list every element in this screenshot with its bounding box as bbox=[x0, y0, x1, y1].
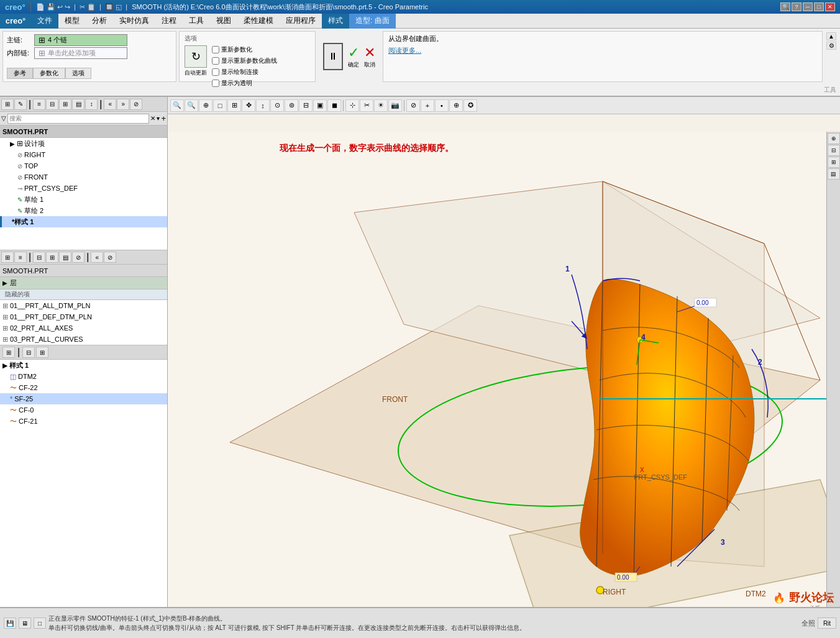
menu-model[interactable]: 模型 bbox=[58, 14, 86, 29]
menu-shape-surface[interactable]: 造型: 曲面 bbox=[349, 14, 396, 29]
status-display-btn[interactable]: 🖥 bbox=[19, 617, 31, 629]
cf21-item[interactable]: 〜 CF-21 bbox=[0, 416, 167, 427]
status-right-btn[interactable]: Rit bbox=[818, 617, 836, 629]
vp-camera[interactable]: 📷 bbox=[388, 99, 402, 112]
preview-btn[interactable]: ▤ bbox=[72, 99, 84, 110]
vp-right-btn2[interactable]: ⊟ bbox=[828, 145, 840, 156]
tree-item-top[interactable]: ⊘ TOP bbox=[0, 160, 167, 171]
tab-reference[interactable]: 参考 bbox=[7, 68, 33, 79]
settings-ribbon-btn[interactable]: ⚙ bbox=[826, 42, 836, 50]
layer-03-curves[interactable]: ⊞ 03_PRT_ALL_CURVES bbox=[0, 334, 167, 345]
vp-axis-display[interactable]: + bbox=[421, 99, 434, 112]
repar-checkbox[interactable]: 重新参数化 bbox=[212, 45, 277, 54]
tree-settings-btn[interactable]: ✎ bbox=[14, 99, 27, 110]
read-more-link[interactable]: 阅读更多... bbox=[388, 46, 817, 55]
close-btn[interactable]: ✕ bbox=[825, 2, 835, 11]
vp-shade[interactable]: ▣ bbox=[313, 99, 327, 112]
cf22-item[interactable]: 〜 CF-22 bbox=[0, 382, 167, 393]
layer-list[interactable]: ≡ bbox=[14, 252, 27, 263]
minimize-btn[interactable]: ─ bbox=[803, 2, 813, 11]
layer-btn2[interactable]: ⊞ bbox=[46, 252, 58, 263]
3d-scene[interactable]: 现在生成一个面，数字表示曲线的选择顺序。 bbox=[168, 132, 840, 607]
layout-toggle-btn[interactable]: ⊞ bbox=[1, 99, 14, 110]
tree-item-style1[interactable]: *样式 1 bbox=[0, 216, 167, 227]
titlebar-right[interactable]: 🔍 ? ─ □ ✕ bbox=[780, 2, 835, 11]
tab-options[interactable]: 选项 bbox=[65, 68, 91, 79]
filter-add[interactable]: + bbox=[161, 114, 166, 123]
vp-zoom-in[interactable]: 🔍 bbox=[170, 99, 184, 112]
vp-frame2[interactable]: ⊞ bbox=[227, 99, 241, 112]
sf25-item[interactable]: * SF-25 bbox=[0, 393, 167, 404]
menu-annotate[interactable]: 注程 bbox=[155, 14, 183, 29]
bottom-btn3[interactable]: ⊞ bbox=[36, 347, 48, 358]
vp-section[interactable]: ✂ bbox=[360, 99, 373, 112]
vp-shade2[interactable]: ◼ bbox=[327, 99, 341, 112]
bottom-btn2[interactable]: ⊟ bbox=[22, 347, 35, 358]
menu-analysis[interactable]: 分析 bbox=[86, 14, 113, 29]
filter-input[interactable] bbox=[7, 114, 149, 124]
layer-btn3[interactable]: ▤ bbox=[59, 252, 71, 263]
tree-item-design[interactable]: ▶ ⊞ 设计项 bbox=[0, 138, 167, 149]
list-view-btn[interactable]: ≡ bbox=[33, 99, 45, 110]
menu-tools[interactable]: 工具 bbox=[183, 14, 210, 29]
tree-item-prt-csys[interactable]: ⊸ PRT_CSYS_DEF bbox=[0, 183, 167, 194]
help-btn[interactable]: ? bbox=[792, 2, 801, 11]
bottom-btn1[interactable]: ⊞ bbox=[2, 347, 15, 358]
tree-view2-btn[interactable]: ⊞ bbox=[59, 99, 71, 110]
tree-view-btn[interactable]: ⊟ bbox=[46, 99, 58, 110]
layers-header[interactable]: ▶ 层 bbox=[0, 277, 167, 289]
vp-plane-display[interactable]: ⊘ bbox=[406, 99, 420, 112]
vp-pan[interactable]: ✥ bbox=[242, 99, 255, 112]
viewport[interactable]: 🔍 🔍 ⊕ □ ⊞ ✥ ↕ ⊙ ⊚ ⊟ ▣ ◼ ⊹ ✂ ☀ 📷 ⊘ + • ⊕ … bbox=[168, 97, 840, 607]
dtm2-item[interactable]: ◫ DTM2 bbox=[0, 371, 167, 382]
vp-display2[interactable]: ⊚ bbox=[285, 99, 298, 112]
vp-light[interactable]: ☀ bbox=[374, 99, 388, 112]
pause-btn[interactable]: ⏸ bbox=[323, 43, 343, 70]
search-global[interactable]: 🔍 bbox=[780, 2, 790, 11]
menu-flexible[interactable]: 柔性建模 bbox=[237, 14, 280, 29]
vp-perspective[interactable]: ⊹ bbox=[345, 99, 359, 112]
vp-right-btn1[interactable]: ⊕ bbox=[828, 133, 840, 144]
menu-simulation[interactable]: 实时仿真 bbox=[113, 14, 155, 29]
style1-feature[interactable]: ▶ 样式 1 bbox=[0, 360, 167, 371]
layer-01-all-dtm[interactable]: ⊞ 01__PRT_ALL_DTM_PLN bbox=[0, 300, 167, 311]
maximize-btn[interactable]: □ bbox=[814, 2, 824, 11]
show-conn-checkbox[interactable]: 显示绘制连接 bbox=[212, 68, 277, 76]
vp-wire[interactable]: ⊟ bbox=[299, 99, 313, 112]
expand-btn[interactable]: » bbox=[117, 99, 129, 110]
show-trans-checkbox[interactable]: 显示为透明 bbox=[212, 79, 277, 88]
tab-parametric[interactable]: 参数化 bbox=[33, 68, 65, 79]
show-new-checkbox[interactable]: 显示重新参数化曲线 bbox=[212, 57, 277, 65]
vp-zoom-fit[interactable]: ⊕ bbox=[199, 99, 212, 112]
inner-chain-input[interactable]: ⊞ 单击此处添加项 bbox=[34, 47, 127, 59]
vp-zoom-out[interactable]: 🔍 bbox=[185, 99, 198, 112]
vp-right-btn4[interactable]: ▤ bbox=[828, 168, 840, 180]
vp-display1[interactable]: ⊙ bbox=[270, 99, 284, 112]
main-chain-value[interactable]: ⊞ 4 个链 bbox=[34, 34, 127, 46]
more-btn[interactable]: ⊘ bbox=[130, 99, 142, 110]
tree-item-sketch1[interactable]: ✎ 草绘 1 bbox=[0, 194, 167, 205]
vp-right-btn3[interactable]: ⊞ bbox=[828, 157, 840, 168]
confirm-btn[interactable]: ✓ 确定 bbox=[348, 45, 359, 69]
tree-item-right[interactable]: ⊘ RIGHT bbox=[0, 149, 167, 160]
layer-btn1[interactable]: ⊟ bbox=[33, 252, 45, 263]
vp-coord-display[interactable]: ⊕ bbox=[449, 99, 463, 112]
filter-clear[interactable]: ✕ bbox=[150, 115, 155, 122]
menu-apps[interactable]: 应用程序 bbox=[280, 14, 322, 29]
tree-item-front[interactable]: ⊘ FRONT bbox=[0, 171, 167, 183]
tree-item-sketch2[interactable]: ✎ 草绘 2 bbox=[0, 205, 167, 216]
layer-expand[interactable]: ⊘ bbox=[104, 252, 116, 263]
menu-view[interactable]: 视图 bbox=[210, 14, 237, 29]
cancel-btn[interactable]: ✕ 取消 bbox=[364, 45, 375, 69]
menu-style[interactable]: 样式 bbox=[322, 14, 349, 29]
vp-rotate[interactable]: ↕ bbox=[256, 99, 270, 112]
sort-btn[interactable]: ↕ bbox=[85, 99, 98, 110]
layer-collapse[interactable]: « bbox=[91, 252, 103, 263]
layer-02-axes[interactable]: ⊞ 02_PRT_ALL_AXES bbox=[0, 322, 167, 334]
auto-update-btn[interactable]: ↻ 自动更新 bbox=[185, 45, 207, 88]
filter-arrow[interactable]: ▾ bbox=[157, 115, 160, 122]
vp-spin-center[interactable]: ✪ bbox=[463, 99, 477, 112]
layer-01-def-dtm[interactable]: ⊞ 01__PRT_DEF_DTM_PLN bbox=[0, 311, 167, 322]
layer-btn4[interactable]: ⊘ bbox=[72, 252, 84, 263]
status-save-btn[interactable]: 💾 bbox=[4, 617, 16, 629]
